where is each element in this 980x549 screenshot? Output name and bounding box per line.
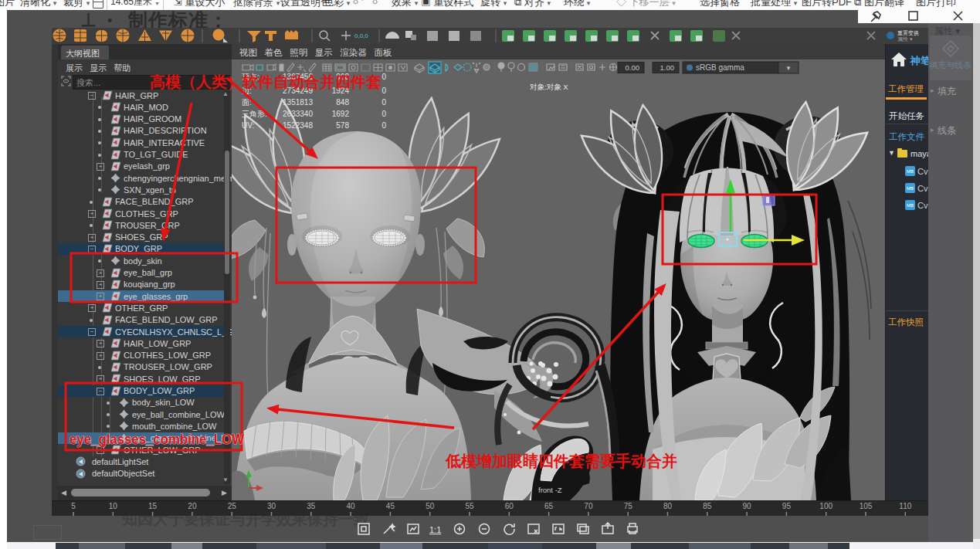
svg-text:高模（人类）软件自动合并四件套: 高模（人类）软件自动合并四件套	[150, 73, 382, 90]
svg-text:低模增加眼睛四件套需要手动合并: 低模增加眼睛四件套需要手动合并	[445, 452, 677, 469]
svg-text:1:1: 1:1	[429, 525, 441, 534]
svg-text:eye_glasses_combine_LOW: eye_glasses_combine_LOW	[70, 431, 244, 447]
